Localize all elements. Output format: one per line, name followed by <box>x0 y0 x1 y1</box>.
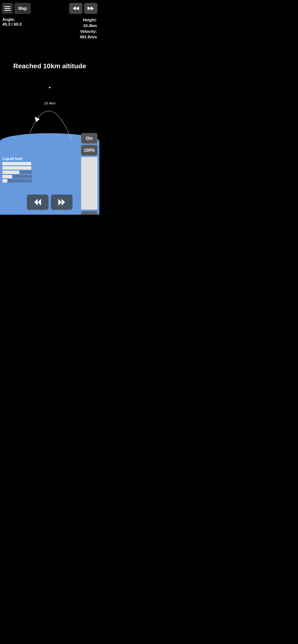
fuel-white-segment <box>3 179 7 182</box>
center-message-area: Reached 10km altitude <box>0 62 99 70</box>
map-button[interactable]: Map <box>14 3 31 14</box>
fuel-white-segment <box>3 166 31 170</box>
velocity-value: 491.9m/s <box>80 35 97 39</box>
svg-marker-0 <box>73 6 76 10</box>
top-bar: Map <box>0 0 99 17</box>
fuel-blue-segment <box>8 179 32 182</box>
bottom-nav <box>27 194 72 210</box>
stats-left: Angle: 45.3 / 60.0 <box>3 17 22 27</box>
fuel-blue-segment <box>20 170 32 174</box>
fuel-white-segment <box>3 162 31 165</box>
svg-marker-4 <box>87 214 92 215</box>
on-button[interactable]: On <box>81 133 97 144</box>
fuel-white-segment <box>3 170 19 174</box>
fuel-bar-row <box>3 170 32 174</box>
fuel-bar-row <box>3 162 32 165</box>
stats-right: Height: 10.4km Velocity: 491.9m/s <box>80 17 97 40</box>
svg-marker-2 <box>88 6 91 10</box>
bottom-rewind-button[interactable] <box>27 194 49 210</box>
rewind-button[interactable] <box>69 3 83 14</box>
fuel-bar-row <box>3 179 32 182</box>
fuel-bar-row <box>3 166 32 170</box>
velocity-row: Velocity: 491.9m/s <box>80 29 97 40</box>
top-right-controls <box>69 3 97 14</box>
height-label: Height: <box>83 18 97 22</box>
menu-button[interactable] <box>2 3 13 14</box>
height-row: Height: 10.4km <box>80 17 97 29</box>
throttle-slider[interactable] <box>81 157 97 210</box>
svg-marker-8 <box>62 199 65 206</box>
svg-marker-6 <box>38 199 41 206</box>
bottom-forward-button[interactable] <box>51 194 72 210</box>
throttle-percent-button[interactable]: 100% <box>81 145 97 156</box>
fuel-white-segment <box>3 175 12 178</box>
play-button[interactable] <box>81 211 97 215</box>
altitude-message: Reached 10km altitude <box>0 62 99 70</box>
fuel-label: Liquid fuel: <box>3 157 32 161</box>
fuel-bars <box>3 162 32 182</box>
velocity-label: Velocity: <box>80 29 97 34</box>
svg-marker-7 <box>58 199 62 206</box>
svg-marker-3 <box>91 6 94 10</box>
distance-label: 19.4km <box>44 101 55 105</box>
fast-forward-button[interactable] <box>84 3 97 14</box>
fuel-bar-row <box>3 175 32 178</box>
angle-label: Angle: <box>3 17 22 22</box>
svg-marker-5 <box>34 199 38 206</box>
fuel-blue-segment <box>13 175 32 178</box>
height-value: 10.4km <box>83 24 97 28</box>
svg-marker-1 <box>76 6 79 10</box>
right-panel: On 100% 1 2 <box>81 133 97 215</box>
throttle-fill <box>81 157 97 210</box>
fuel-area: Liquid fuel: <box>3 157 32 184</box>
top-left-controls: Map <box>2 3 31 14</box>
angle-value: 45.3 / 60.0 <box>3 22 22 27</box>
